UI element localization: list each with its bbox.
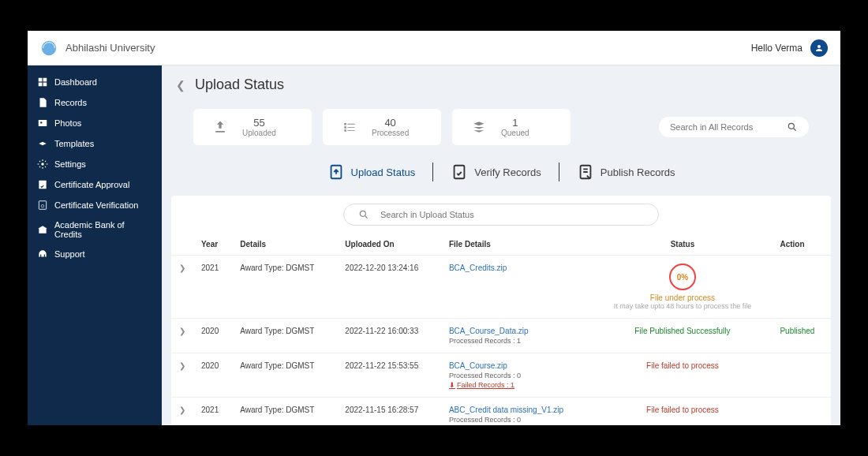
sidebar-item-records[interactable]: Records [28, 92, 162, 113]
sidebar: Dashboard Records Photos Templates Setti… [28, 65, 162, 425]
table-row: ❯2020Award Type: DGMST2022-11-22 15:53:5… [171, 353, 831, 398]
sidebar-item-label: Settings [54, 159, 86, 169]
svg-rect-8 [39, 181, 46, 189]
page-header: ❮ Upload Status [162, 65, 840, 104]
svg-rect-3 [39, 83, 43, 87]
sidebar-item-label: Support [54, 249, 85, 259]
greeting-text: Hello Verma [751, 43, 803, 54]
failed-records-link[interactable]: ⬇ Failed Records : 1 [449, 381, 514, 389]
action-published[interactable]: Published [780, 327, 814, 335]
sidebar-item-label: Templates [54, 139, 94, 148]
cell-file-details: BCA_Course_Data.zipProcessed Records : 1 [441, 319, 593, 353]
templates-icon [37, 138, 48, 149]
status-text: File failed to process [646, 361, 719, 370]
table-row: ❯2021Award Type: DGMST2022-11-15 16:28:5… [171, 398, 831, 426]
cell-uploaded-on: 2022-11-22 16:00:33 [337, 319, 441, 353]
svg-point-7 [41, 163, 44, 166]
processed-count: 40 [372, 117, 409, 129]
brand-name: Abhilashi University [65, 42, 155, 54]
file-link[interactable]: BCA_Credits.zip [449, 264, 507, 272]
tab-divider [432, 163, 433, 181]
table-row: ❯2021Award Type: DGMST2022-12-20 13:24:1… [171, 256, 831, 319]
tab-label: Upload Status [351, 166, 416, 178]
svg-point-11 [788, 123, 794, 129]
svg-rect-2 [43, 78, 47, 82]
file-link[interactable]: BCA_Course.zip [449, 361, 507, 370]
cell-action [772, 256, 831, 319]
cell-year: 2020 [193, 319, 232, 353]
sidebar-item-abc[interactable]: Academic Bank of Credits [28, 215, 162, 244]
search-all-input[interactable] [670, 122, 780, 132]
cert-verification-icon [37, 200, 48, 211]
inner-search-input[interactable] [380, 210, 644, 219]
queued-label: Queued [501, 129, 529, 137]
sidebar-item-settings[interactable]: Settings [28, 154, 162, 174]
topbar-right: Hello Verma [751, 39, 828, 57]
app-frame: Abhilashi University Hello Verma Dashboa… [28, 31, 840, 425]
summary-queued: 1Queued [452, 109, 571, 145]
inner-search-wrap [171, 196, 831, 234]
page-title: Upload Status [195, 77, 284, 93]
records-icon [37, 97, 48, 108]
svg-rect-9 [39, 201, 46, 210]
file-link[interactable]: BCA_Course_Data.zip [449, 327, 529, 335]
cell-details: Award Type: DGMST [232, 353, 337, 398]
cell-status: File Published Successfully [593, 319, 772, 353]
sidebar-item-dashboard[interactable]: Dashboard [28, 72, 162, 92]
tab-label: Publish Records [600, 166, 675, 178]
sidebar-item-templates[interactable]: Templates [28, 133, 162, 154]
queued-count: 1 [501, 117, 529, 129]
status-text: File under process [600, 293, 764, 302]
processed-label: Processed [372, 129, 409, 137]
th-status: Status [593, 234, 772, 256]
th-year: Year [193, 234, 232, 256]
search-icon [358, 209, 369, 220]
status-text: File Published Successfully [634, 327, 730, 335]
cell-file-details: BCA_Course.zipProcessed Records : 0⬇ Fai… [441, 353, 593, 398]
expand-chevron-icon[interactable]: ❯ [179, 406, 185, 414]
sidebar-item-support[interactable]: Support [28, 244, 162, 264]
cell-details: Award Type: DGMST [232, 256, 337, 319]
sidebar-item-cert-approval[interactable]: Certificate Approval [28, 174, 162, 195]
processed-records-text: Processed Records : 1 [449, 337, 586, 345]
expand-chevron-icon[interactable]: ❯ [179, 361, 185, 370]
sidebar-item-cert-verification[interactable]: Certificate Verification [28, 195, 162, 215]
cell-file-details: BCA_Credits.zip [441, 256, 593, 319]
svg-rect-5 [39, 120, 47, 126]
upload-status-icon [327, 163, 345, 181]
status-text: File failed to process [646, 406, 719, 414]
expand-chevron-icon[interactable]: ❯ [179, 264, 185, 272]
sidebar-item-label: Dashboard [54, 77, 97, 87]
cell-details: Award Type: DGMST [232, 398, 337, 426]
sidebar-item-photos[interactable]: Photos [28, 113, 162, 133]
th-uploaded-on: Uploaded On [337, 234, 441, 256]
tab-verify-records[interactable]: Verify Records [441, 163, 551, 181]
svg-point-0 [42, 40, 56, 54]
summary-row: 55Uploaded 40Processed 1Queued [162, 104, 840, 145]
cell-year: 2020 [193, 353, 232, 398]
search-all-records[interactable] [659, 117, 809, 137]
expand-chevron-icon[interactable]: ❯ [179, 327, 185, 335]
tab-label: Verify Records [474, 166, 541, 178]
cell-details: Award Type: DGMST [232, 319, 337, 353]
table-row: ❯2020Award Type: DGMST2022-11-22 16:00:3… [171, 319, 831, 353]
tab-publish-records[interactable]: Publish Records [567, 163, 685, 181]
cell-file-details: ABC_Credit data missing_V1.zipProcessed … [441, 398, 593, 426]
cell-uploaded-on: 2022-11-15 16:28:57 [337, 398, 441, 426]
cell-uploaded-on: 2022-11-22 15:53:55 [337, 353, 441, 398]
tab-divider [559, 163, 559, 181]
inner-search[interactable] [343, 204, 659, 226]
avatar[interactable] [810, 39, 828, 57]
file-link[interactable]: ABC_Credit data missing_V1.zip [449, 406, 563, 414]
gear-icon [37, 159, 48, 170]
tab-upload-status[interactable]: Upload Status [318, 163, 425, 181]
th-file-details: File Details [441, 234, 593, 256]
processed-icon [342, 119, 357, 135]
publish-icon [577, 163, 594, 181]
summary-processed: 40Processed [323, 109, 441, 145]
user-icon [814, 43, 824, 53]
verify-icon [451, 163, 468, 181]
main-content: ❮ Upload Status 55Uploaded 40Processed 1… [162, 65, 840, 425]
svg-rect-1 [39, 78, 43, 82]
back-chevron-icon[interactable]: ❮ [176, 79, 185, 92]
